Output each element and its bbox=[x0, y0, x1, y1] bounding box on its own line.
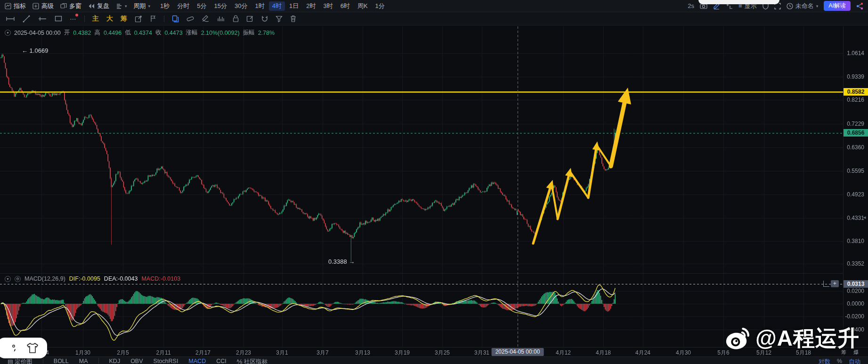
indicator-obv[interactable]: OBV bbox=[130, 358, 143, 364]
weibo-icon bbox=[724, 326, 752, 351]
dea-value: DEA:-0.0043 bbox=[104, 275, 138, 282]
date-tick-label: 3月13 bbox=[355, 349, 370, 357]
amplitude-value: 2.78% bbox=[258, 30, 275, 36]
interval-button-4时[interactable]: 4时 bbox=[269, 1, 285, 11]
magnet-tool[interactable] bbox=[261, 15, 268, 22]
lock-tool[interactable] bbox=[233, 15, 239, 22]
volume-profile-button[interactable]: ▾ bbox=[116, 3, 127, 9]
drawing-toolbar: ⋯ 主 大 筹 bbox=[0, 12, 868, 25]
note-tool[interactable] bbox=[246, 15, 253, 22]
change-value: 2.10%(0.0092) bbox=[201, 30, 240, 36]
share-icon[interactable] bbox=[856, 2, 863, 9]
price-tick-label: 0.8216 bbox=[847, 97, 864, 103]
interval-button-15分[interactable]: 15分 bbox=[211, 1, 230, 11]
macd-pane-controls: + bbox=[823, 280, 839, 287]
replay-icon bbox=[88, 3, 95, 9]
crosshair-macd-value-label: 0.0313 bbox=[844, 280, 868, 288]
chevron-down-icon: ▾ bbox=[816, 4, 819, 8]
indicator-ma[interactable]: MA bbox=[79, 358, 88, 364]
divider bbox=[43, 358, 43, 364]
price-tick-label: 0.3352 bbox=[847, 260, 864, 267]
interval-button-周K[interactable]: 周K bbox=[354, 1, 371, 11]
percent-scale-toggle[interactable]: % bbox=[837, 358, 842, 364]
trend-line-tool[interactable] bbox=[23, 15, 30, 23]
trash-tool[interactable] bbox=[290, 15, 296, 22]
scale-options: 对数 % 自动 bbox=[819, 358, 860, 364]
notification-dot bbox=[75, 14, 78, 16]
rectangle-tool[interactable] bbox=[55, 16, 62, 22]
date-tick-label: 4月12 bbox=[556, 349, 571, 357]
log-scale-toggle[interactable]: 对数 bbox=[819, 358, 830, 364]
interval-button-3时[interactable]: 3时 bbox=[320, 1, 336, 11]
collapse-pane-icon[interactable]: ▾ bbox=[5, 30, 11, 36]
multiwindow-button[interactable]: 多窗 bbox=[60, 2, 81, 10]
interval-button-1时[interactable]: 1时 bbox=[251, 1, 268, 11]
flag-tool[interactable] bbox=[150, 15, 156, 22]
open-value: 0.4382 bbox=[73, 30, 91, 36]
chips-button[interactable]: 筹 bbox=[121, 15, 127, 23]
pane-expand-icon[interactable] bbox=[823, 281, 829, 287]
horizontal-segment-tool[interactable] bbox=[6, 16, 15, 22]
interval-button-1分[interactable]: 1分 bbox=[372, 1, 388, 11]
pricing-chart-item[interactable]: ▤ 定价图 bbox=[8, 358, 32, 364]
more-tools-button[interactable]: ⋯ bbox=[70, 15, 77, 23]
macd-settings-icon[interactable]: ⚙ bbox=[15, 276, 21, 282]
pattern-tool[interactable] bbox=[217, 16, 225, 22]
brush-tool[interactable] bbox=[202, 15, 210, 22]
period-dropdown[interactable]: 周期 ▾ bbox=[134, 2, 151, 10]
chevron-down-icon: ▾ bbox=[125, 4, 127, 8]
date-tick-label: 4月30 bbox=[676, 349, 691, 357]
axis-collapse-arrow[interactable]: ◂ bbox=[863, 214, 866, 220]
filter-tool[interactable] bbox=[276, 16, 283, 22]
date-tick-label: 2月23 bbox=[236, 349, 251, 357]
change-label: 涨幅 bbox=[186, 29, 198, 37]
current-price-label: 0.6856 bbox=[844, 129, 868, 137]
advanced-label: 高级 bbox=[41, 2, 54, 10]
date-tick-label: 2月11 bbox=[156, 349, 170, 357]
indicator-cci[interactable]: CCI bbox=[216, 358, 227, 364]
advanced-button[interactable]: 高级 bbox=[32, 2, 54, 10]
interval-button-2时[interactable]: 2时 bbox=[303, 1, 319, 11]
indicator-kdj[interactable]: KDJ bbox=[109, 358, 121, 364]
date-tick-label: 2月5 bbox=[117, 349, 129, 357]
indicators-button[interactable]: 指标 bbox=[5, 2, 26, 10]
floating-tools-popup[interactable] bbox=[0, 338, 47, 358]
edit-box-tool[interactable] bbox=[135, 15, 142, 23]
collapse-macd-icon[interactable]: ▾ bbox=[5, 276, 11, 282]
interval-button-30分[interactable]: 30分 bbox=[231, 1, 251, 11]
crosshair-date-label: 2025-04-05 00:00 bbox=[492, 348, 544, 356]
horizontal-ray-tool[interactable] bbox=[38, 16, 47, 22]
interval-button-5分[interactable]: 5分 bbox=[194, 1, 210, 11]
divider bbox=[98, 358, 99, 364]
indicator-macd[interactable]: MACD bbox=[188, 358, 206, 364]
drawn-hline-price-label: 0.8582 bbox=[844, 88, 868, 96]
interval-button-1秒[interactable]: 1秒 bbox=[157, 1, 173, 11]
ai-analysis-button[interactable]: AI解读 bbox=[824, 1, 851, 11]
low-label: 低 bbox=[125, 29, 131, 37]
volume-profile-icon bbox=[116, 3, 122, 9]
eraser-tool[interactable] bbox=[187, 16, 194, 22]
interval-button-6时[interactable]: 6时 bbox=[337, 1, 353, 11]
large-chart-button[interactable]: 大 bbox=[106, 15, 113, 23]
replay-button[interactable]: 复盘 bbox=[88, 2, 109, 10]
replay-speed[interactable]: 2s bbox=[688, 2, 694, 9]
price-tick-label: 0.4923 bbox=[847, 191, 864, 198]
main-chart-button[interactable]: 主 bbox=[92, 15, 99, 23]
macd-value: MACD:-0.0103 bbox=[141, 275, 180, 282]
indicator-bar: ▤ 定价图 BOLL MA KDJ OBV StochRSI MACD CCI … bbox=[0, 356, 868, 364]
divider bbox=[84, 16, 85, 22]
copy-tool[interactable] bbox=[172, 15, 179, 23]
interval-button-分时[interactable]: 分时 bbox=[174, 1, 193, 11]
community-indicators[interactable]: ⅍ 社区指标 bbox=[237, 358, 268, 364]
interval-button-1日[interactable]: 1日 bbox=[286, 1, 302, 11]
high-price-annotation: ← 1.0669 bbox=[22, 47, 48, 54]
ohlc-time: 2025-04-05 00:00 bbox=[14, 30, 61, 36]
candlestick-chart-canvas[interactable] bbox=[0, 0, 868, 364]
layout-dropdown[interactable]: 未命名 ▾ bbox=[787, 2, 819, 10]
pane-add-icon[interactable]: + bbox=[831, 280, 839, 287]
indicator-stochrsi[interactable]: StochRSI bbox=[154, 358, 178, 364]
watermark: @A程运升 bbox=[724, 324, 860, 353]
indicator-boll[interactable]: BOLL bbox=[54, 358, 69, 364]
auto-scale-toggle[interactable]: 自动 bbox=[849, 358, 860, 364]
price-tick-label: 0.7229 bbox=[847, 121, 864, 127]
